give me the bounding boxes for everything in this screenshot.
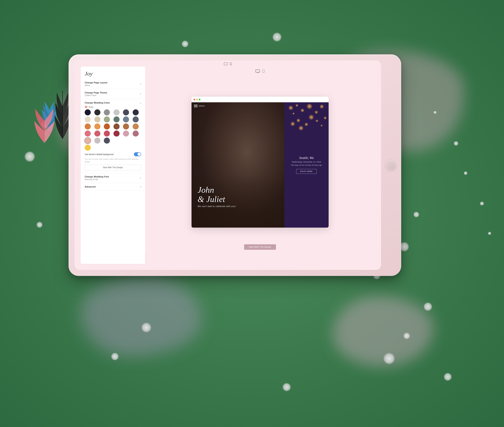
section-advanced-header[interactable]: Advanced ▾ xyxy=(85,185,141,188)
color-swatch-gold[interactable] xyxy=(85,145,91,151)
glitter-dot xyxy=(403,332,410,339)
color-swatch[interactable] xyxy=(85,130,91,137)
rsvp-button[interactable]: RSVP Here xyxy=(296,169,317,174)
selected-color-dot xyxy=(85,106,87,108)
background-blob-lavender xyxy=(81,276,202,357)
color-swatch[interactable] xyxy=(85,123,91,130)
tablet-device: Joy Change Page Layout Aloha ▾ Change Pa… xyxy=(69,54,401,276)
toggle-label: Use theme's default background xyxy=(85,153,134,155)
phone-toggle-icon[interactable] xyxy=(262,69,265,73)
color-grid-row3 xyxy=(85,123,141,130)
glitter-dot-small xyxy=(454,141,458,146)
section-page-layout-title: Change Page Layout xyxy=(85,81,107,84)
tablet-home-button[interactable] xyxy=(386,160,396,170)
color-swatch[interactable] xyxy=(104,137,110,144)
toggle-switch[interactable] xyxy=(134,152,141,156)
monitor-toggle-icon[interactable] xyxy=(255,69,260,73)
color-swatch[interactable] xyxy=(133,109,139,115)
wedding-title-block: John& Juliet We can't wait to celebrate … xyxy=(197,185,236,207)
svg-point-12 xyxy=(263,72,264,72)
section-page-theme[interactable]: Change Page Theme Golden Haze ▾ xyxy=(81,89,145,99)
section-advanced-title: Advanced xyxy=(85,185,95,188)
color-swatch[interactable] xyxy=(104,116,110,122)
section-page-theme-subtitle: Golden Haze xyxy=(85,94,107,97)
glitter-dot xyxy=(141,322,152,333)
design-sidebar: Joy Change Page Layout Aloha ▾ Change Pa… xyxy=(81,67,145,264)
color-swatch[interactable] xyxy=(94,123,100,130)
glitter-dot xyxy=(413,212,419,218)
wedding-date: Wednesday, December 12, 2018 xyxy=(291,161,322,163)
color-swatch[interactable] xyxy=(123,130,129,137)
glitter-dot xyxy=(383,352,395,365)
color-swatch[interactable] xyxy=(94,116,100,122)
color-swatch-selected[interactable] xyxy=(85,137,91,144)
color-swatch[interactable] xyxy=(113,116,119,122)
color-swatch[interactable] xyxy=(133,130,139,137)
section-wedding-color[interactable]: Change Wedding Color ▴ Rose xyxy=(81,99,145,173)
color-swatch[interactable] xyxy=(104,123,110,130)
toggle-description: You can mix your own custom colors after… xyxy=(85,158,141,163)
color-swatch[interactable] xyxy=(104,130,110,137)
color-swatch[interactable] xyxy=(133,116,139,122)
svg-rect-4 xyxy=(225,65,227,65)
couple-image-overlay xyxy=(191,140,284,228)
section-wedding-color-header[interactable]: Change Wedding Color ▴ xyxy=(85,101,141,104)
wedding-navigation: MENU xyxy=(194,105,205,107)
hamburger-icon[interactable] xyxy=(194,105,197,107)
section-page-theme-header[interactable]: Change Page Theme Golden Haze ▾ xyxy=(85,92,141,97)
glitter-dot-small xyxy=(433,111,437,114)
browser-dot-red xyxy=(194,99,195,100)
nav-menu-text: MENU xyxy=(199,105,205,107)
section-page-layout[interactable]: Change Page Layout Aloha ▾ xyxy=(81,79,145,89)
device-toggle-bar xyxy=(255,69,265,73)
color-swatch[interactable] xyxy=(94,109,100,115)
color-swatch[interactable] xyxy=(133,123,139,130)
section-wedding-font[interactable]: Change Wedding Font Dancing Script ▾ xyxy=(81,173,145,183)
chevron-down-icon: ▾ xyxy=(140,186,141,188)
color-swatch[interactable] xyxy=(104,109,110,115)
start-design-button-preview[interactable]: Start With This Design xyxy=(244,244,276,250)
svg-rect-9 xyxy=(257,72,259,73)
monitor-icon xyxy=(224,62,228,65)
color-swatch[interactable] xyxy=(123,116,129,122)
section-wedding-font-subtitle: Dancing Script xyxy=(85,178,109,181)
section-page-layout-header[interactable]: Change Page Layout Aloha ▾ xyxy=(85,81,141,86)
color-grid-row1 xyxy=(85,109,141,115)
glitter-dot xyxy=(272,32,282,42)
wedding-photo-area: MENU John& Juliet We can't wait to celeb… xyxy=(191,102,284,228)
color-swatch[interactable] xyxy=(123,123,129,130)
browser-chrome xyxy=(191,97,329,102)
color-swatch[interactable] xyxy=(113,123,119,130)
glitter-dot xyxy=(36,221,43,228)
color-swatch[interactable] xyxy=(85,116,91,122)
wedding-details: Seattle, Wa Wednesday, December 12, 2018… xyxy=(287,152,326,178)
phone-icon xyxy=(230,62,232,65)
wedding-tagline: We can't wait to celebrate with you! xyxy=(197,205,236,207)
color-swatch[interactable] xyxy=(123,109,129,115)
glitter-dot-small xyxy=(480,201,484,206)
start-design-button-sidebar[interactable]: Start With This Design xyxy=(85,165,141,170)
design-preview-area: MENU John& Juliet We can't wait to celeb… xyxy=(145,67,375,254)
color-swatch[interactable] xyxy=(94,137,100,144)
wedding-background-image: MENU John& Juliet We can't wait to celeb… xyxy=(191,102,284,228)
couple-names: John& Juliet xyxy=(197,185,236,204)
chevron-up-icon: ▴ xyxy=(140,102,141,104)
chevron-down-icon: ▾ xyxy=(140,83,141,85)
color-swatch[interactable] xyxy=(113,109,119,115)
color-swatch[interactable] xyxy=(113,130,119,137)
chevron-down-icon: ▾ xyxy=(140,177,141,179)
wedding-location: Seattle, Wa xyxy=(291,156,322,160)
glitter-dot xyxy=(423,302,433,311)
section-advanced[interactable]: Advanced ▾ xyxy=(81,183,145,191)
glitter-dot xyxy=(181,40,189,47)
tablet-status-bar xyxy=(224,62,232,65)
color-swatch[interactable] xyxy=(94,130,100,137)
color-swatch[interactable] xyxy=(85,109,91,115)
glitter-dot-small xyxy=(464,171,467,175)
section-wedding-color-title: Change Wedding Color xyxy=(85,101,110,104)
color-grid-row2 xyxy=(85,116,141,122)
wedding-countdown: 232 Days 20 Hrs 19 Mins 29 Secs Ago xyxy=(291,164,322,166)
browser-dot-yellow xyxy=(196,99,198,100)
svg-rect-10 xyxy=(257,73,259,73)
section-wedding-font-header[interactable]: Change Wedding Font Dancing Script ▾ xyxy=(85,175,141,181)
